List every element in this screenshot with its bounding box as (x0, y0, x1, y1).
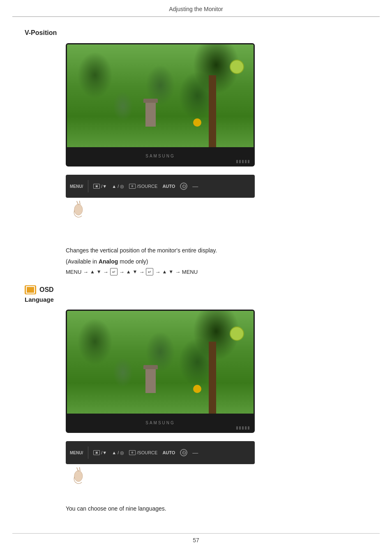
ctrl-btn-3: ⊕ /SOURCE (129, 184, 157, 189)
ctrl-icon-2: ⊕ (129, 184, 136, 189)
monitor-buttons-1 (236, 160, 249, 163)
hand-pointer-2 (70, 466, 90, 486)
pagoda-1 (145, 102, 156, 127)
osd-section-heading: OSD (25, 285, 376, 294)
monitor-bottom-bar-1: SAMSUNG (67, 147, 254, 165)
circle-decoration-2 (230, 326, 244, 341)
analog-bold: Analog (99, 258, 118, 265)
monitor-image-1: SAMSUNG (66, 43, 376, 166)
ctrl-btn-6: ⊕ /SOURCE (129, 450, 157, 455)
enter-btn-2: ↵ (146, 268, 153, 275)
ctrl-auto-label-2: AUTO (162, 450, 175, 455)
ctrl-menu-label-1: MENU/ (70, 184, 83, 189)
monitor-image-2: SAMSUNG (66, 310, 376, 433)
ctrl-separator-2 (88, 446, 88, 459)
language-description: You can choose one of nine languages. (66, 504, 376, 513)
ctrl-btn-4: ▣ /▼ (93, 450, 107, 455)
v-position-menu-path: MENU → ▲ ▼ → ↵ → ▲ ▼ → ↵ → ▲ ▼ → MENU (66, 268, 376, 275)
monitor-bottom-bar-2: SAMSUNG (67, 414, 254, 432)
osd-label: OSD (39, 286, 54, 294)
content-area: V-Position SAMSUNG (0, 17, 392, 525)
monitor-display-1: SAMSUNG (66, 43, 255, 166)
tree-trunk-1 (209, 75, 216, 147)
v-position-available: (Available in Analog mode only) (66, 258, 376, 265)
ctrl-auto-label-1: AUTO (162, 184, 175, 189)
page-container: Adjusting the Monitor V-Position SAMSUNG (0, 0, 392, 555)
samsung-logo-1: SAMSUNG (145, 154, 175, 158)
ctrl-btn-5: ▲ / ◎ (112, 450, 124, 456)
control-bar-wrap-1: MENU/ ▣ /▼ ▲ / ◎ ⊕ /SOURCE AUTO ⏻ — (66, 175, 376, 221)
scene-background-1 (67, 44, 254, 147)
ctrl-dash-2: — (192, 449, 198, 456)
svg-point-3 (74, 471, 83, 482)
ctrl-icon-4: ⊕ (129, 450, 136, 455)
svg-line-5 (79, 467, 80, 471)
monitor-display-2: SAMSUNG (66, 310, 255, 433)
ctrl-btn-2: ▲ / ◎ (112, 184, 124, 189)
ctrl-dash-1: — (192, 183, 198, 190)
header-title: Adjusting the Monitor (169, 6, 223, 12)
tree-trunk-2 (209, 342, 216, 414)
pagoda-2 (145, 368, 156, 393)
ctrl-power-2: ⏻ (180, 449, 187, 456)
ctrl-icon-3: ▣ (93, 450, 100, 455)
bottom-section: 57 (0, 533, 392, 547)
ctrl-power-1: ⏻ (180, 183, 187, 190)
samsung-logo-2: SAMSUNG (145, 421, 175, 425)
osd-icon (25, 285, 36, 294)
hand-pointer-1 (70, 199, 90, 220)
yellow-ball-1 (193, 118, 201, 127)
monitor-screen-1 (67, 44, 254, 147)
ctrl-btn-1: ▣ /▼ (93, 184, 107, 189)
scene-background-2 (67, 311, 254, 414)
v-position-description: Changes the vertical position of the mon… (66, 246, 376, 255)
monitor-buttons-2 (236, 426, 249, 430)
svg-line-2 (79, 201, 80, 204)
page-number: 57 (0, 534, 392, 547)
svg-point-0 (74, 204, 83, 215)
enter-btn-1: ↵ (110, 268, 118, 275)
v-position-heading: V-Position (25, 29, 376, 37)
ctrl-icon-1: ▣ (93, 184, 100, 189)
control-bar-1: MENU/ ▣ /▼ ▲ / ◎ ⊕ /SOURCE AUTO ⏻ — (66, 175, 255, 198)
control-bar-2: MENU/ ▣ /▼ ▲ / ◎ ⊕ /SOURCE AUTO ⏻ — (66, 441, 255, 464)
monitor-screen-2 (67, 311, 254, 414)
ctrl-menu-label-2: MENU/ (70, 451, 83, 455)
ctrl-separator-1 (88, 180, 88, 192)
language-subheading: Language (25, 296, 376, 303)
page-header: Adjusting the Monitor (12, 0, 380, 17)
control-bar-wrap-2: MENU/ ▣ /▼ ▲ / ◎ ⊕ /SOURCE AUTO ⏻ — (66, 441, 376, 488)
